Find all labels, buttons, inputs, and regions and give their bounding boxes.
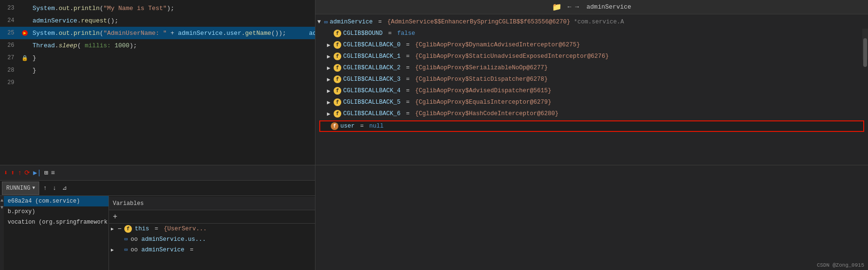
tree-item-cb4[interactable]: ▶ f CGLIB$CALLBACK_4 = {CglibAopProxy$Ad… [315, 85, 868, 97]
tree-text-cb5: CGLIB$CALLBACK_5 = {CglibAopProxy$Equals… [343, 99, 552, 106]
f-icon-cb0: f [334, 41, 341, 49]
tree-expand-cb6[interactable]: ▶ [327, 110, 334, 118]
code-line-25: 25 ▶ System.out.println("AdminUserName: … [0, 27, 315, 39]
var-item-adminservice-user[interactable]: ▶ ∞ oo adminService.us... [109, 234, 315, 245]
code-line-29: 29 [0, 76, 315, 89]
f-icon-cb1: f [334, 53, 341, 60]
variables-panel: ⬇ ⬆ ↑ ⟳ ▶| ⊞ ≡ RUNNING ▼ ↑ ↓ ⊿ [0, 165, 315, 270]
gutter-27: 🔒 [19, 55, 31, 61]
bottom-toolbar: ⬇ ⬆ ↑ ⟳ ▶| ⊞ ≡ [0, 165, 315, 181]
line-number-28: 28 [0, 67, 19, 74]
thread-up-btn[interactable]: ↑ [41, 184, 49, 193]
thread-item-text-2: vocation (org.springframework.aop.framew… [8, 219, 109, 226]
tree-text-cb4: CGLIB$CALLBACK_4 = {CglibAopProxy$Advise… [343, 87, 552, 94]
thread-down-btn[interactable]: ↓ [51, 184, 58, 193]
thread-list[interactable]: e68a2a4 (com.service) b.proxy) vocation … [4, 196, 109, 270]
vars-header-text: Variables [113, 200, 144, 207]
thread-selector-text: RUNNING [6, 185, 30, 192]
tree-text-cb1: CGLIB$CALLBACK_1 = {CglibAopProxy$Static… [343, 53, 609, 60]
thread-selector-arrow: ▼ [32, 185, 35, 191]
forward-button[interactable]: → [575, 3, 579, 11]
tree-expand-cb4[interactable]: ▶ [327, 87, 334, 95]
gutter-25: ▶ [19, 30, 31, 36]
tree-text-cb2: CGLIB$CALLBACK_2 = {CglibAopProxy$Serial… [343, 65, 548, 71]
tree-root-text: adminService = {AdminService$$EnhancerBy… [330, 19, 624, 25]
add-variable-button[interactable]: + [111, 213, 119, 221]
thread-selector[interactable]: RUNNING ▼ [2, 182, 39, 195]
tree-item-cb0[interactable]: ▶ f CGLIB$CALLBACK_0 = {CglibAopProxy$Dy… [315, 39, 868, 51]
tree-item-cb6[interactable]: ▶ f CGLIB$CALLBACK_6 = {CglibAopProxy$Ha… [315, 108, 868, 119]
code-content-23: System.out.println("My Name is Test"); [31, 5, 315, 12]
debug-panel-title: adminService [586, 3, 631, 11]
back-button[interactable]: ← [567, 3, 571, 11]
table-icon[interactable]: ⊞ [44, 169, 48, 177]
tree-item-bound[interactable]: ▶ f CGLIB$BOUND = false [315, 28, 868, 39]
variables-list[interactable]: Variables + ▶ − f this = {UserServ... [109, 196, 315, 270]
tree-expand-cb2[interactable]: ▶ [327, 65, 334, 72]
list-icon[interactable]: ≡ [51, 169, 55, 177]
var-item-this[interactable]: ▶ − f this = {UserServ... [109, 224, 315, 234]
step-icon[interactable]: ▶| [33, 169, 41, 177]
tree-text-cb3: CGLIB$CALLBACK_3 = {CglibAopProxy$Static… [343, 76, 548, 83]
tree-root-item[interactable]: ▼ ∞ adminService = {AdminService$$Enhanc… [315, 16, 868, 28]
var-item-adminservice[interactable]: ▶ ∞ oo adminService = [109, 245, 315, 255]
thread-item-1[interactable]: b.proxy) [4, 206, 108, 217]
var-text-this: this = {UserServ... [135, 226, 207, 232]
tree-expand-cb1[interactable]: ▶ [327, 53, 334, 60]
scroll-down-btn[interactable]: ▼ [0, 205, 3, 210]
line-number-23: 23 [0, 5, 19, 11]
infinity-icon-adminservice: ∞ [124, 236, 128, 243]
tree-text-cb6: CGLIB$CALLBACK_6 = {CglibAopProxy$HashCo… [343, 110, 559, 117]
var-icon-this: f [124, 225, 132, 233]
right-bottom-panel: CSDN @Zong_0915 [315, 165, 868, 270]
tree-expand-cb0[interactable]: ▶ [327, 42, 334, 49]
scroll-up-btn[interactable]: ▲ [0, 198, 3, 203]
download-red-icon[interactable]: ⬇ [4, 169, 8, 177]
tree-item-user[interactable]: ▶ f user = null [319, 120, 864, 132]
debug-arrow-icon: ▶ [23, 30, 26, 36]
upload-red-icon[interactable]: ⬆ [11, 169, 14, 177]
tree-item-cb3[interactable]: ▶ f CGLIB$CALLBACK_3 = {CglibAopProxy$St… [315, 74, 868, 85]
left-bottom-content: ▲ ▼ e68a2a4 (com.service) b.proxy) vocat… [0, 196, 315, 270]
var-expand-this[interactable]: ▶ [111, 226, 117, 232]
code-line-24: 24 adminService.request(); [0, 14, 315, 27]
code-area: 23 System.out.println("My Name is Test")… [0, 0, 868, 165]
up-red-icon[interactable]: ↑ [18, 169, 22, 177]
inline-hint: adminService: "com.service.AdminService@… [309, 30, 315, 37]
main-container: 23 System.out.println("My Name is Test")… [0, 0, 868, 270]
tree-item-cb5[interactable]: ▶ f CGLIB$CALLBACK_5 = {CglibAopProxy$Eq… [315, 97, 868, 108]
thread-item-2[interactable]: vocation (org.springframework.aop.framew… [4, 217, 108, 227]
tree-text-user: user = null [340, 123, 384, 130]
debug-tree[interactable]: ▼ ∞ adminService = {AdminService$$Enhanc… [315, 14, 868, 165]
thread-item-text-1: b.proxy) [8, 208, 35, 215]
code-content-28: } [31, 67, 315, 74]
line-number-26: 26 [0, 42, 19, 49]
code-line-23: 23 System.out.println("My Name is Test")… [0, 2, 315, 14]
add-var-row: + [109, 210, 315, 224]
code-line-26: 26 Thread.sleep( millis: 1000); [0, 39, 315, 52]
var-minus-this[interactable]: − [118, 225, 123, 233]
tree-item-cb2[interactable]: ▶ f CGLIB$CALLBACK_2 = {CglibAopProxy$Se… [315, 62, 868, 74]
tree-expand-cb3[interactable]: ▶ [327, 76, 334, 83]
f-icon-cb6: f [334, 110, 341, 118]
tree-text-bound: CGLIB$BOUND = false [343, 30, 415, 37]
tree-item-cb1[interactable]: ▶ f CGLIB$CALLBACK_1 = {CglibAopProxy$St… [315, 51, 868, 62]
line-number-25: 25 [0, 30, 19, 36]
thread-item-0[interactable]: e68a2a4 (com.service) [4, 196, 108, 206]
thread-selector-row: RUNNING ▼ ↑ ↓ ⊿ [0, 181, 315, 196]
thread-filter-icon[interactable]: ⊿ [60, 184, 69, 193]
tree-expand-cb5[interactable]: ▶ [327, 99, 334, 106]
right-scrollbar[interactable] [862, 29, 868, 60]
tree-root-expand[interactable]: ▼ [317, 19, 324, 25]
line-number-24: 24 [0, 17, 19, 24]
vars-header: Variables [109, 197, 315, 210]
breakpoint-25[interactable]: ▶ [22, 30, 28, 36]
refresh-red-icon[interactable]: ⟳ [24, 169, 30, 177]
var-expand-adminservice[interactable]: ▶ [111, 247, 117, 253]
debug-panel-header: 📁 ← → adminService [315, 0, 868, 14]
watermark: CSDN @Zong_0915 [817, 262, 864, 268]
thread-item-text-0: e68a2a4 (com.service) [8, 198, 80, 205]
var-text-adminservice: oo adminService = [130, 247, 195, 253]
code-content-27: } [31, 54, 315, 62]
scroll-thumb [863, 38, 867, 67]
